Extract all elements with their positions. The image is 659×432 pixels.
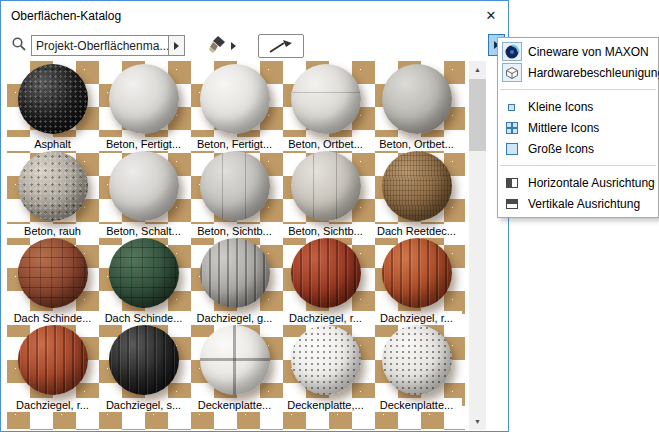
material-label: Dachziegel, g... bbox=[189, 311, 280, 325]
brush-icon[interactable] bbox=[207, 34, 227, 58]
material-label: Beton, Sichtb... bbox=[189, 224, 280, 238]
menu-item[interactable]: Hardwarebeschleunigung bbox=[498, 62, 658, 83]
material-item[interactable]: Dachziegel, s... bbox=[98, 325, 189, 412]
material-item[interactable]: Beton, Fertigt... bbox=[98, 64, 189, 151]
close-button[interactable]: ✕ bbox=[474, 1, 508, 30]
material-sphere[interactable] bbox=[382, 325, 452, 395]
material-sphere[interactable] bbox=[382, 64, 452, 134]
material-item[interactable]: Dachziegel, r... bbox=[7, 325, 98, 412]
menu-item-label: Kleine Icons bbox=[528, 100, 593, 114]
scroll-up-button[interactable]: ▲ bbox=[469, 61, 486, 78]
material-label: Dachziegel, r... bbox=[7, 398, 98, 412]
material-item[interactable]: Deckenplatte... bbox=[189, 325, 280, 412]
material-sphere[interactable] bbox=[109, 325, 179, 395]
menu-item-label: Cineware von MAXON bbox=[528, 45, 649, 59]
material-sphere[interactable] bbox=[291, 151, 361, 221]
material-item[interactable]: Beton, Schalt... bbox=[98, 151, 189, 238]
surface-catalog-window: Oberflächen-Katalog ✕ Projekt-Oberfläche… bbox=[0, 0, 509, 432]
material-item[interactable]: Dachziegel, g... bbox=[189, 238, 280, 325]
material-sphere[interactable] bbox=[291, 325, 361, 395]
vertical-scrollbar[interactable]: ▲ ▼ bbox=[469, 61, 486, 430]
material-sphere[interactable] bbox=[200, 325, 270, 395]
material-item[interactable]: Dachziegel, r... bbox=[280, 238, 371, 325]
material-label: Beton, Sichtb... bbox=[280, 224, 371, 238]
material-sphere[interactable] bbox=[291, 64, 361, 134]
menu-item-label: Horizontale Ausrichtung bbox=[528, 176, 655, 190]
material-item[interactable]: Beton, Ortbet... bbox=[280, 64, 371, 151]
material-sphere[interactable] bbox=[382, 238, 452, 308]
material-item[interactable]: Dach Reetdec... bbox=[371, 151, 462, 238]
material-sphere[interactable] bbox=[382, 151, 452, 221]
material-sphere[interactable] bbox=[18, 238, 88, 308]
material-sphere[interactable] bbox=[109, 151, 179, 221]
material-item[interactable]: Dach Schinde... bbox=[98, 238, 189, 325]
catalog-flyout-button[interactable] bbox=[169, 35, 185, 56]
material-item[interactable]: Beton, Fertigt... bbox=[189, 64, 280, 151]
vertical-alignment-icon bbox=[502, 194, 522, 213]
eyedropper-icon bbox=[266, 38, 296, 54]
material-item[interactable]: Deckenplatte... bbox=[371, 325, 462, 412]
material-label: Asphalt bbox=[7, 137, 98, 151]
material-sphere[interactable] bbox=[291, 238, 361, 308]
material-label: Dach Schinde... bbox=[7, 311, 98, 325]
menu-item-label: Hardwarebeschleunigung bbox=[528, 66, 659, 80]
material-grid: AsphaltBeton, Fertigt...Beton, Fertigt..… bbox=[7, 61, 465, 412]
horizontal-alignment-icon bbox=[502, 173, 522, 192]
menu-item[interactable]: Cineware von MAXON bbox=[498, 41, 658, 62]
material-label: Dach Reetdec... bbox=[371, 224, 462, 238]
material-label: Dachziegel, r... bbox=[280, 311, 371, 325]
menu-separator bbox=[500, 165, 656, 166]
material-item[interactable]: Deckenplatte,... bbox=[280, 325, 371, 412]
material-item[interactable]: Beton, Sichtb... bbox=[189, 151, 280, 238]
brush-flyout-icon[interactable] bbox=[231, 42, 236, 50]
material-sphere[interactable] bbox=[200, 151, 270, 221]
material-item[interactable]: Beton, Sichtb... bbox=[280, 151, 371, 238]
eyedropper-button[interactable] bbox=[258, 34, 304, 58]
material-sphere[interactable] bbox=[18, 325, 88, 395]
material-label: Deckenplatte... bbox=[371, 398, 462, 412]
material-label: Deckenplatte,... bbox=[280, 398, 371, 412]
material-item[interactable]: Asphalt bbox=[7, 64, 98, 151]
menu-item-label: Große Icons bbox=[528, 142, 594, 156]
material-sphere[interactable] bbox=[18, 151, 88, 221]
medium-icons-icon bbox=[502, 118, 522, 137]
toolbar: Projekt-Oberflächenma... bbox=[1, 30, 508, 61]
material-label: Deckenplatte... bbox=[189, 398, 280, 412]
material-sphere[interactable] bbox=[109, 64, 179, 134]
panel-context-menu: Cineware von MAXONHardwarebeschleunigung… bbox=[497, 37, 659, 218]
menu-separator bbox=[500, 89, 656, 90]
material-sphere[interactable] bbox=[109, 238, 179, 308]
window-title: Oberflächen-Katalog bbox=[1, 9, 121, 23]
titlebar: Oberflächen-Katalog ✕ bbox=[1, 1, 508, 30]
small-icons-icon bbox=[502, 97, 522, 116]
material-item[interactable]: Dachziegel, r... bbox=[371, 238, 462, 325]
material-item[interactable]: Beton, Ortbet... bbox=[371, 64, 462, 151]
catalog-select[interactable]: Projekt-Oberflächenma... bbox=[31, 35, 169, 56]
menu-item-label: Mittlere Icons bbox=[528, 121, 599, 135]
material-grid-area: AsphaltBeton, Fertigt...Beton, Fertigt..… bbox=[7, 61, 465, 430]
material-sphere[interactable] bbox=[200, 64, 270, 134]
menu-item[interactable]: Horizontale Ausrichtung bbox=[498, 172, 658, 193]
material-label: Dachziegel, r... bbox=[371, 311, 462, 325]
menu-item-label: Vertikale Ausrichtung bbox=[528, 197, 640, 211]
scroll-down-button[interactable]: ▼ bbox=[469, 413, 486, 430]
material-label: Beton, Ortbet... bbox=[371, 137, 462, 151]
menu-item[interactable]: Kleine Icons bbox=[498, 96, 658, 117]
material-item[interactable]: Dach Schinde... bbox=[7, 238, 98, 325]
material-item[interactable]: Beton, rauh bbox=[7, 151, 98, 238]
menu-item[interactable]: Mittlere Icons bbox=[498, 117, 658, 138]
cineware-icon bbox=[502, 42, 522, 61]
menu-item[interactable]: Große Icons bbox=[498, 138, 658, 159]
menu-item[interactable]: Vertikale Ausrichtung bbox=[498, 193, 658, 214]
material-label: Dachziegel, s... bbox=[98, 398, 189, 412]
search-icon[interactable] bbox=[11, 36, 27, 56]
scrollbar-thumb[interactable] bbox=[469, 79, 486, 151]
material-sphere[interactable] bbox=[200, 238, 270, 308]
material-label: Beton, Fertigt... bbox=[98, 137, 189, 151]
material-label: Beton, rauh bbox=[7, 224, 98, 238]
hardware-acceleration-icon bbox=[502, 63, 522, 82]
large-icons-icon bbox=[502, 139, 522, 158]
material-label: Beton, Fertigt... bbox=[189, 137, 280, 151]
material-sphere[interactable] bbox=[18, 64, 88, 134]
material-label: Beton, Ortbet... bbox=[280, 137, 371, 151]
